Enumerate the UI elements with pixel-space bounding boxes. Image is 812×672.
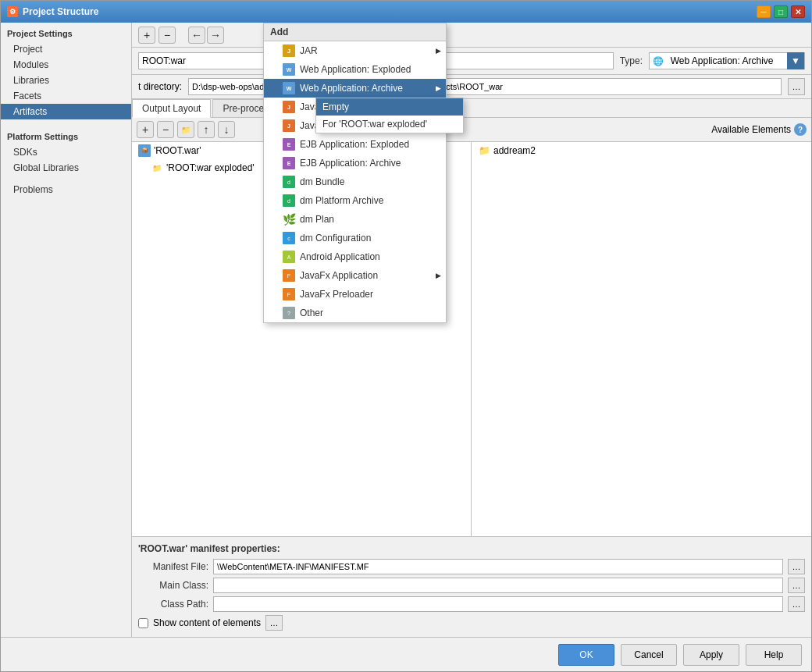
move-down-button[interactable]: ↓ xyxy=(218,121,235,138)
main-class-input[interactable] xyxy=(213,578,783,593)
help-button[interactable]: Help xyxy=(746,644,802,666)
sidebar-item-modules[interactable]: Modules xyxy=(1,57,131,73)
folder-icon: 📁 xyxy=(151,162,163,174)
dm-config-icon: c xyxy=(283,232,295,244)
dropdown-item-javafx-app[interactable]: F JavaFx Application xyxy=(264,266,446,285)
dropdown-item-dm-platform[interactable]: d dm Platform Archive xyxy=(264,191,446,210)
available-elements-header: Available Elements ? xyxy=(711,123,807,136)
submenu-item-for-exploded[interactable]: For 'ROOT:war exploded' xyxy=(316,116,463,133)
help-icon-button[interactable]: ? xyxy=(794,123,807,136)
dropdown-item-dm-config[interactable]: c dm Configuration xyxy=(264,229,446,247)
javafx-preloader-icon: F xyxy=(283,288,295,300)
project-settings-header: Project Settings xyxy=(1,23,131,41)
sidebar-item-problems[interactable]: Problems xyxy=(1,182,131,197)
dropdown-item-jar[interactable]: J JAR xyxy=(264,41,446,60)
remove-element-button[interactable]: − xyxy=(157,121,174,138)
type-dropdown-container: 🌐 Web Application: Archive ▼ xyxy=(649,52,805,69)
dropdown-item-javafx-preloader[interactable]: F JavaFx Preloader xyxy=(264,285,446,304)
android-icon: A xyxy=(283,251,295,263)
add-element-button[interactable]: + xyxy=(137,121,154,138)
type-value: Web Application: Archive xyxy=(671,55,787,66)
tabs-row: Output Layout Pre-processing Post-proces… xyxy=(132,99,811,118)
content-area: + − 📁 ↑ ↓ Available Elements ? xyxy=(132,118,811,637)
main-class-label: Main Class: xyxy=(138,580,208,591)
cancel-button[interactable]: Cancel xyxy=(621,644,677,666)
show-content-checkbox[interactable] xyxy=(138,618,148,628)
sidebar-item-facets[interactable]: Facets xyxy=(1,88,131,104)
javafx-app-icon: F xyxy=(283,269,295,282)
submenu-item-empty[interactable]: Empty xyxy=(316,98,463,116)
dropdown-item-other[interactable]: ? Other xyxy=(264,304,446,322)
dropdown-item-ejb-archive[interactable]: E EJB Application: Archive xyxy=(264,154,446,172)
class-path-input[interactable] xyxy=(213,596,783,612)
web-archive-submenu: Empty For 'ROOT:war exploded' xyxy=(315,98,464,133)
move-up-button[interactable]: ↑ xyxy=(198,121,215,138)
web-archive-icon: W xyxy=(283,82,295,94)
dropdown-item-ejb-exploded[interactable]: E EJB Application: Exploded xyxy=(264,135,446,154)
main-class-browse-button[interactable]: … xyxy=(788,578,805,593)
show-content-label: Show content of elements xyxy=(153,617,261,628)
web-exploded-icon: W xyxy=(283,63,295,76)
right-panel: + − ← → Type: 🌐 Web Application: Archive… xyxy=(132,23,811,637)
sidebar-divider xyxy=(1,119,131,126)
sidebar-divider-2 xyxy=(1,176,131,182)
content-toolbar: + − 📁 ↑ ↓ Available Elements ? xyxy=(132,118,811,142)
available-elements-label: Available Elements xyxy=(711,124,791,135)
minimize-button[interactable]: ─ xyxy=(757,5,771,18)
platform-settings-header: Platform Settings xyxy=(1,126,131,144)
remove-artifact-button[interactable]: − xyxy=(158,27,176,44)
close-button[interactable]: ✕ xyxy=(791,5,805,18)
create-dir-button[interactable]: 📁 xyxy=(177,121,194,138)
javaee-exploded-icon: J xyxy=(283,101,295,113)
sidebar-item-project[interactable]: Project xyxy=(1,41,131,57)
main-content: Project Settings Project Modules Librari… xyxy=(1,23,811,637)
manifest-file-row: Manifest File: … xyxy=(138,559,805,574)
apply-button[interactable]: Apply xyxy=(683,644,739,666)
nav-forward-button[interactable]: → xyxy=(207,27,224,44)
show-content-row: Show content of elements … xyxy=(138,615,805,631)
dm-platform-icon: d xyxy=(283,194,295,207)
ejb-exploded-icon: E xyxy=(283,138,295,151)
type-label: Type: xyxy=(620,55,643,66)
artifact-toolbar: + − ← → xyxy=(132,23,811,48)
title-bar-left: ⚙ Project Structure xyxy=(7,6,98,17)
dropdown-item-dm-plan[interactable]: 🌿 dm Plan xyxy=(264,210,446,229)
nav-arrows: ← → xyxy=(188,27,224,44)
manifest-file-input[interactable] xyxy=(213,559,783,574)
nav-back-button[interactable]: ← xyxy=(188,27,205,44)
right-tree-panel: 📁 addream2 xyxy=(472,142,811,536)
output-dir-label: t directory: xyxy=(138,81,182,92)
window-title: Project Structure xyxy=(23,6,98,17)
sidebar-item-artifacts[interactable]: Artifacts xyxy=(1,104,131,119)
dropdown-item-web-archive[interactable]: W Web Application: Archive xyxy=(264,79,446,98)
ejb-archive-icon: E xyxy=(283,157,295,169)
class-path-label: Class Path: xyxy=(138,599,208,610)
dropdown-item-android[interactable]: A Android Application xyxy=(264,247,446,266)
main-class-row: Main Class: … xyxy=(138,578,805,593)
sidebar-item-libraries[interactable]: Libraries xyxy=(1,73,131,88)
javaee-archive-icon: J xyxy=(283,119,295,132)
maximize-button[interactable]: □ xyxy=(774,5,788,18)
add-artifact-button[interactable]: + xyxy=(138,27,155,44)
manifest-file-browse-button[interactable]: … xyxy=(788,559,805,574)
output-dir-browse-button[interactable]: … xyxy=(788,78,805,95)
sidebar-item-global-libraries[interactable]: Global Libraries xyxy=(1,160,131,176)
ok-button[interactable]: OK xyxy=(558,644,614,666)
app-icon: ⚙ xyxy=(7,6,18,17)
sidebar-item-sdks[interactable]: SDKs xyxy=(1,144,131,160)
show-content-edit-button[interactable]: … xyxy=(265,615,283,631)
dropdown-item-dm-bundle[interactable]: d dm Bundle xyxy=(264,172,446,191)
other-icon: ? xyxy=(283,307,295,319)
class-path-browse-button[interactable]: … xyxy=(788,596,805,612)
dropdown-item-web-exploded[interactable]: W Web Application: Exploded xyxy=(264,60,446,79)
available-item-addream2[interactable]: 📁 addream2 xyxy=(472,142,811,159)
archive-icon: 📦 xyxy=(138,144,151,157)
tab-output-layout[interactable]: Output Layout xyxy=(132,99,211,118)
dropdown-header: Add xyxy=(264,23,446,41)
class-path-row: Class Path: … xyxy=(138,596,805,612)
output-dir-row: t directory: … xyxy=(132,75,811,99)
type-dropdown-button[interactable]: ▼ xyxy=(787,52,804,69)
split-content: 📦 'ROOT.war' 📁 'ROOT:war exploded' 📁 add… xyxy=(132,142,811,536)
available-folder-icon: 📁 xyxy=(478,144,490,157)
project-structure-window: ⚙ Project Structure ─ □ ✕ Project Settin… xyxy=(0,0,812,672)
